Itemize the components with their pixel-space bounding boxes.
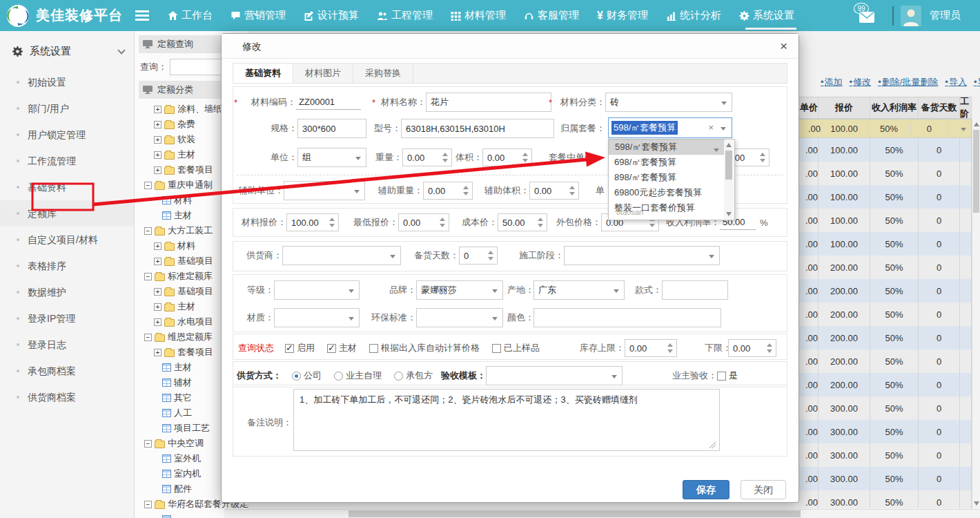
scroll-up-icon[interactable] xyxy=(974,122,979,126)
unit-select[interactable]: 组 xyxy=(297,148,366,167)
expander-icon[interactable]: + xyxy=(154,349,161,356)
table-row-14[interactable]: .00300.0050%0 xyxy=(798,443,972,467)
nav-item-6[interactable]: ¥财务管理 xyxy=(588,0,657,31)
dropdown-option-1[interactable]: 698/㎡套餐预算 xyxy=(609,155,725,170)
sidebar-item-0[interactable]: 初始设置 xyxy=(0,69,134,95)
origin-select[interactable]: 广东 xyxy=(533,280,625,300)
color-input[interactable] xyxy=(533,308,721,327)
volume-stepper[interactable]: 0.00 xyxy=(482,148,532,166)
dropdown-option-2[interactable]: 898/㎡套餐预算 xyxy=(609,170,725,185)
horizontal-scrollbar[interactable] xyxy=(224,509,980,518)
min-quote-stepper[interactable]: 0.00 xyxy=(398,213,449,231)
table-row-10[interactable]: .00200.0050%0 xyxy=(798,349,972,373)
dropdown-scrollbar[interactable] xyxy=(724,140,734,219)
category-select[interactable]: 砖 xyxy=(605,93,732,112)
stock-lower-stepper[interactable]: 0.00 xyxy=(728,339,776,357)
expander-icon[interactable]: + xyxy=(154,288,161,296)
scroll-thumb[interactable] xyxy=(725,151,732,180)
radio-icon[interactable] xyxy=(292,372,301,381)
scroll-up-icon[interactable] xyxy=(726,143,732,147)
quote-stepper[interactable]: 100.00 xyxy=(286,213,339,231)
sidebar-item-5[interactable]: 定额库 xyxy=(0,200,134,227)
weight-stepper[interactable]: 0.00 xyxy=(402,148,452,166)
table-row-0[interactable]: .00100.0050%0 xyxy=(798,119,972,138)
sidebar-item-8[interactable]: 数据维护 xyxy=(0,279,134,305)
expander-icon[interactable]: + xyxy=(154,258,161,265)
avatar[interactable] xyxy=(901,6,921,26)
expander-icon[interactable]: + xyxy=(154,106,161,113)
table-row-16[interactable]: .00300.0050%0 xyxy=(798,490,972,508)
stock-days-stepper[interactable]: 0 xyxy=(459,247,498,265)
dropdown-option-0[interactable]: 598/㎡套餐预算 xyxy=(609,140,725,155)
status-check-2[interactable]: 根据出入库自动计算价格 xyxy=(369,342,480,354)
stage-select[interactable] xyxy=(564,246,720,265)
sidebar-item-6[interactable]: 自定义项目/材料 xyxy=(0,227,134,253)
checkbox-icon[interactable] xyxy=(285,344,294,353)
expander-icon[interactable]: + xyxy=(154,151,161,159)
status-check-0[interactable]: 启用 xyxy=(285,342,315,354)
sidebar-item-12[interactable]: 供货商档案 xyxy=(0,384,134,410)
hamburger-menu-icon[interactable] xyxy=(135,8,149,23)
nav-item-2[interactable]: 设计预算 xyxy=(295,0,368,31)
table-row-7[interactable]: .00200.0050%0 xyxy=(798,279,972,303)
clear-icon[interactable]: × xyxy=(708,122,714,133)
nav-item-0[interactable]: 工作台 xyxy=(159,0,222,31)
radio-icon[interactable] xyxy=(394,372,403,381)
table-row-15[interactable]: .00300.0050%0 xyxy=(798,467,972,490)
sidebar-item-2[interactable]: 用户锁定管理 xyxy=(0,122,134,148)
table-row-3[interactable]: .00100.0050%0 xyxy=(798,185,972,209)
expander-icon[interactable]: − xyxy=(144,182,152,189)
sidebar-item-11[interactable]: 承包商档案 xyxy=(0,358,134,384)
expander-icon[interactable]: + xyxy=(154,242,161,250)
table-row-13[interactable]: .00300.0050%0 xyxy=(798,420,972,443)
expander-icon[interactable]: − xyxy=(144,273,152,280)
grade-select[interactable] xyxy=(274,280,360,300)
table-row-11[interactable]: .00200.0050%0 xyxy=(798,373,972,396)
resize-handle[interactable] xyxy=(709,441,716,448)
package-select[interactable]: 598/㎡套餐预算 × xyxy=(608,117,732,138)
remark-textarea[interactable]: 1、加工砖下单加工后，不可退还同；2、瓷片砖泡水后不可退还；3、买瓷砖赠填缝剂 xyxy=(293,389,720,451)
aux-weight-stepper[interactable]: 0.00 xyxy=(423,182,473,200)
supply-radio-1[interactable]: 业主自理 xyxy=(334,370,382,382)
expander-icon[interactable]: + xyxy=(154,121,161,128)
scroll-down-icon[interactable] xyxy=(726,212,732,216)
name-input[interactable]: 花片 xyxy=(426,93,551,112)
table-row-12[interactable]: .00300.0050%0 xyxy=(798,396,972,420)
close-button[interactable]: 关闭 xyxy=(741,480,786,499)
code-input[interactable]: ZZ00001 xyxy=(296,95,361,110)
nav-item-8[interactable]: 系统设置 xyxy=(730,0,803,31)
table-row-2[interactable]: .00100.0050%0 xyxy=(798,162,972,185)
expander-icon[interactable]: − xyxy=(144,440,152,448)
sidebar-item-9[interactable]: 登录IP管理 xyxy=(0,305,134,332)
material-select[interactable] xyxy=(274,308,360,327)
supply-radio-2[interactable]: 承包方 xyxy=(394,370,433,382)
expander-icon[interactable]: − xyxy=(144,227,152,235)
expander-icon[interactable]: + xyxy=(154,136,161,144)
tab-2[interactable]: 采购替换 xyxy=(353,64,413,83)
sidebar-item-1[interactable]: 部门/用户 xyxy=(0,95,134,122)
radio-icon[interactable] xyxy=(334,372,343,381)
current-user-name[interactable]: 管理员 xyxy=(930,9,961,22)
status-check-3[interactable]: 已上样品 xyxy=(492,342,540,354)
nav-item-7[interactable]: 统计分析 xyxy=(657,0,730,31)
checkbox-icon[interactable] xyxy=(327,344,336,353)
brand-select[interactable]: 蒙娜丽莎 xyxy=(416,280,503,300)
table-row-8[interactable]: .00200.0050%0 xyxy=(798,303,972,326)
scroll-thumb[interactable] xyxy=(349,510,801,517)
supplier-select[interactable] xyxy=(282,246,401,265)
toolbar-link-4[interactable]: 导出 xyxy=(974,76,980,93)
eco-select[interactable] xyxy=(416,308,503,327)
toolbar-link-0[interactable]: 添加 xyxy=(821,76,843,93)
nav-item-1[interactable]: 营销管理 xyxy=(222,0,295,31)
save-button[interactable]: 保存 xyxy=(683,480,729,499)
table-row-6[interactable]: .00200.0050%0 xyxy=(798,256,972,279)
style-input[interactable] xyxy=(662,280,728,300)
table-row-5[interactable]: .00100.0050%0 xyxy=(798,232,972,256)
model-input[interactable]: 63018H,63015H,63010H xyxy=(401,119,554,138)
expander-icon[interactable]: + xyxy=(154,318,161,326)
sidebar-header[interactable]: 系统设置 xyxy=(0,31,134,69)
owner-accept-checkbox[interactable] xyxy=(717,372,726,381)
toolbar-link-3[interactable]: 导入 xyxy=(945,76,967,93)
messages-button[interactable]: 99 xyxy=(854,2,881,30)
scroll-thumb[interactable] xyxy=(973,130,979,213)
